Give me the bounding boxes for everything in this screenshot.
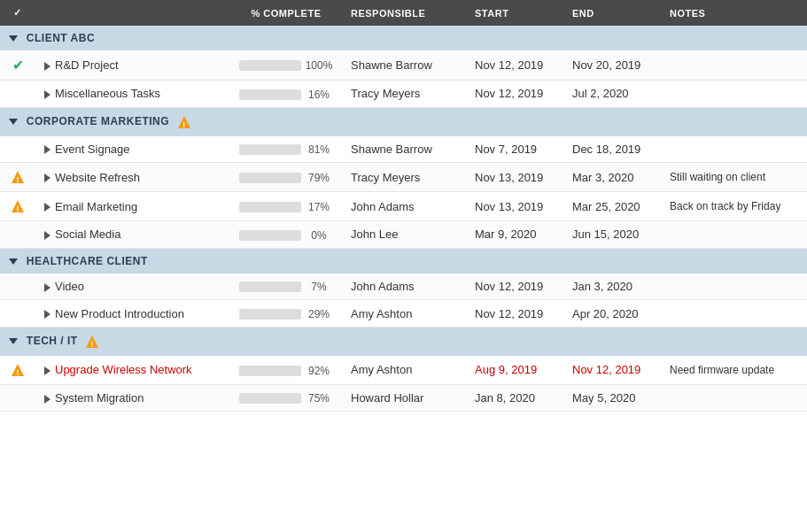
task-name-text: System Migration xyxy=(55,391,144,405)
notes-cell: Still waiting on client xyxy=(661,163,807,192)
header-responsible: RESPONSIBLE xyxy=(342,0,466,26)
group-cell: CLIENT ABC xyxy=(0,26,807,50)
percent-label: 7% xyxy=(305,281,333,293)
header-notes: NOTES xyxy=(661,0,807,26)
notes-cell xyxy=(661,274,807,300)
check-cell xyxy=(0,221,35,249)
responsible-cell: Amy Ashton xyxy=(342,300,466,328)
table-row: ! Email Marketing 17% John Adams Nov 13,… xyxy=(0,192,807,221)
svg-text:!: ! xyxy=(17,204,19,213)
responsible-cell: Amy Ashton xyxy=(342,356,466,385)
progress-cell: 0% xyxy=(230,221,342,249)
group-row[interactable]: CLIENT ABC xyxy=(0,26,807,50)
row-expand-icon[interactable] xyxy=(44,62,50,71)
progress-bar-container xyxy=(239,393,301,404)
notes-cell xyxy=(661,221,807,249)
group-row[interactable]: TECH / IT ! xyxy=(0,327,807,356)
task-name-cell: Social Media xyxy=(35,221,230,249)
table-row: ! Website Refresh 79% Tracy Meyers Nov 1… xyxy=(0,163,807,192)
progress-cell: 29% xyxy=(230,300,342,328)
row-expand-icon[interactable] xyxy=(44,231,50,240)
header-check: ✓ xyxy=(0,0,35,26)
row-expand-icon[interactable] xyxy=(44,283,50,292)
end-cell: Dec 18, 2019 xyxy=(563,136,661,163)
task-link[interactable]: Upgrade Wireless Network xyxy=(55,363,192,376)
check-cell xyxy=(0,274,35,300)
progress-bar-container xyxy=(239,89,301,100)
group-cell: CORPORATE MARKETING ! xyxy=(0,107,807,136)
row-expand-icon[interactable] xyxy=(44,366,50,375)
task-name-cell: Event Signage xyxy=(35,136,230,163)
end-cell: Jan 3, 2020 xyxy=(563,274,661,300)
table-row: Social Media 0% John Lee Mar 9, 2020 Jun… xyxy=(0,221,807,249)
task-name-cell: Video xyxy=(35,274,230,300)
progress-bar-container xyxy=(239,281,301,292)
task-name-cell: System Migration xyxy=(35,384,230,412)
header-task xyxy=(35,0,230,26)
start-cell: Jan 8, 2020 xyxy=(466,384,563,412)
responsible-cell: John Adams xyxy=(342,274,466,300)
group-row[interactable]: CORPORATE MARKETING ! xyxy=(0,107,807,136)
check-cell: ! xyxy=(0,356,35,385)
progress-cell: 17% xyxy=(230,192,342,221)
progress-bar-container xyxy=(239,202,301,212)
task-name-text: Miscellaneous Tasks xyxy=(55,87,160,100)
end-cell: Nov 20, 2019 xyxy=(563,50,661,81)
start-cell: Nov 12, 2019 xyxy=(466,300,563,328)
percent-label: 75% xyxy=(305,392,333,405)
task-name-text: Video xyxy=(55,280,84,293)
check-cell xyxy=(0,81,35,108)
warning-icon: ! xyxy=(10,362,26,378)
group-arrow-icon xyxy=(9,119,18,125)
row-expand-icon[interactable] xyxy=(44,145,50,154)
task-name-text: Social Media xyxy=(55,227,120,241)
task-name-cell: Miscellaneous Tasks xyxy=(35,81,230,108)
row-expand-icon[interactable] xyxy=(44,90,50,99)
check-cell xyxy=(0,136,35,163)
check-cell: ✔ xyxy=(0,50,35,81)
row-expand-icon[interactable] xyxy=(44,310,50,319)
table-row: ! Upgrade Wireless Network 92% Amy Ashto… xyxy=(0,356,807,385)
progress-cell: 100% xyxy=(230,50,342,81)
responsible-cell: Tracy Meyers xyxy=(342,163,466,192)
percent-label: 17% xyxy=(305,201,333,213)
progress-cell: 79% xyxy=(230,163,342,192)
end-cell: Mar 3, 2020 xyxy=(563,163,661,192)
progress-cell: 92% xyxy=(230,356,342,385)
task-name-cell: R&D Project xyxy=(35,50,230,81)
responsible-cell: John Adams xyxy=(342,192,466,221)
table-row: System Migration 75% Howard Hollar Jan 8… xyxy=(0,384,807,412)
group-name: HEALTHCARE CLIENT xyxy=(27,255,148,267)
notes-cell xyxy=(661,384,807,412)
end-cell: Jul 2, 2020 xyxy=(563,81,661,108)
responsible-cell: John Lee xyxy=(342,221,466,249)
table-row: ✔ R&D Project 100% Shawne Barrow Nov 12,… xyxy=(0,50,807,81)
header-end: END xyxy=(563,0,661,26)
responsible-cell: Tracy Meyers xyxy=(342,81,466,108)
percent-label: 81% xyxy=(305,143,333,156)
table-row: Miscellaneous Tasks 16% Tracy Meyers Nov… xyxy=(0,81,807,108)
header-start: START xyxy=(466,0,563,26)
start-cell: Nov 13, 2019 xyxy=(466,192,563,221)
group-row[interactable]: HEALTHCARE CLIENT xyxy=(0,248,807,274)
notes-cell: Need firmware update xyxy=(661,356,807,385)
row-expand-icon[interactable] xyxy=(44,395,50,404)
percent-label: 0% xyxy=(305,229,333,242)
progress-bar-container xyxy=(239,60,301,71)
percent-label: 16% xyxy=(305,89,333,101)
svg-text:!: ! xyxy=(17,367,19,376)
start-cell: Mar 9, 2020 xyxy=(466,221,563,249)
percent-label: 100% xyxy=(305,59,333,72)
check-icon: ✔ xyxy=(12,58,24,73)
end-cell: Nov 12, 2019 xyxy=(563,356,661,385)
row-expand-icon[interactable] xyxy=(44,173,50,182)
row-expand-icon[interactable] xyxy=(44,203,50,212)
start-cell: Aug 9, 2019 xyxy=(466,356,563,385)
group-arrow-icon xyxy=(9,35,18,42)
notes-cell: Back on track by Friday xyxy=(661,192,807,221)
start-cell: Nov 12, 2019 xyxy=(466,50,563,81)
end-cell: Jun 15, 2020 xyxy=(563,221,661,249)
task-name-cell: Email Marketing xyxy=(35,192,230,221)
svg-text:!: ! xyxy=(91,339,95,348)
check-cell: ! xyxy=(0,163,35,192)
